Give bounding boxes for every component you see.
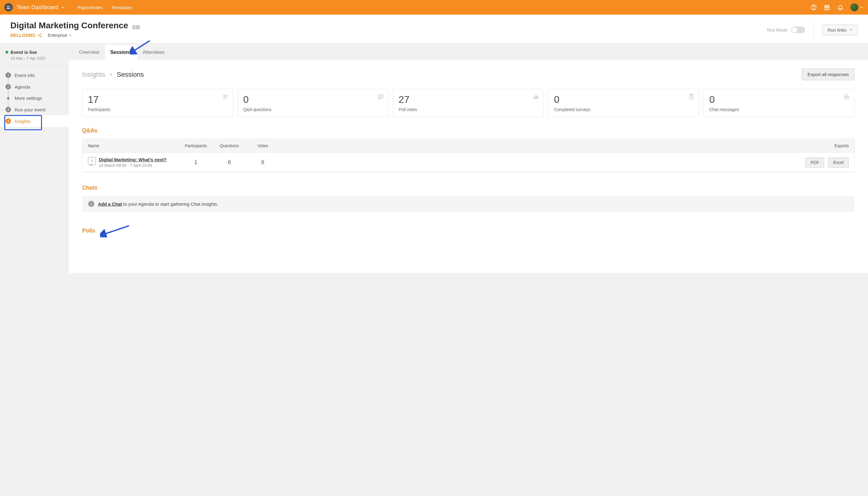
step-badge: 3 xyxy=(5,107,11,112)
svg-point-10 xyxy=(226,95,227,97)
svg-point-9 xyxy=(224,95,225,97)
live-status-label: Event is live xyxy=(11,50,37,55)
clipboard-icon xyxy=(688,93,695,100)
test-mode-toggle[interactable]: Test Mode xyxy=(767,27,805,33)
stat-label: Chat messages xyxy=(709,107,849,112)
svg-point-0 xyxy=(7,6,9,7)
question-icon: ? xyxy=(377,93,384,100)
section-qas-title: Q&As xyxy=(82,127,855,134)
step-label: Run your event xyxy=(15,107,46,112)
nav-pigeonholes[interactable]: Pigeonholes xyxy=(78,5,103,10)
stat-value: 0 xyxy=(554,94,693,105)
section-polls-title: Polls xyxy=(82,228,95,234)
event-code[interactable]: HELLODMC xyxy=(10,33,42,38)
bar-chart-icon xyxy=(532,93,539,100)
svg-rect-13 xyxy=(534,97,535,99)
svg-text:?: ? xyxy=(380,95,381,98)
cell-questions: 0 xyxy=(213,160,246,165)
stat-qa: 0 Q&A questions ? xyxy=(238,89,389,117)
step-badge: 4 xyxy=(5,118,11,124)
sidebar-item-event-info[interactable]: 1 Event info xyxy=(0,69,69,81)
stat-value: 0 xyxy=(243,94,383,105)
sidebar-item-run-event[interactable]: 3 Run your event xyxy=(0,104,69,115)
svg-rect-14 xyxy=(535,95,537,99)
sidebar-item-insights[interactable]: 4 Insights xyxy=(0,115,69,127)
add-chat-link[interactable]: Add a Chat xyxy=(98,201,122,207)
th-questions: Questions xyxy=(213,143,246,148)
session-time: 10 March 09:00 - 7 April 23:59 xyxy=(99,163,167,168)
table-row: Digital Marketing: What's next? 10 March… xyxy=(82,153,854,172)
qa-session-icon xyxy=(88,157,96,165)
svg-line-18 xyxy=(104,226,129,234)
tab-sessions[interactable]: Sessions xyxy=(105,45,137,60)
panel: Insights Sessions Export all responses 1… xyxy=(69,60,868,273)
cell-participants: 1 xyxy=(179,160,213,165)
content: Overview Sessions Attendees Insights Ses… xyxy=(69,44,868,273)
user-menu[interactable] xyxy=(850,3,864,11)
bell-icon[interactable] xyxy=(837,4,844,11)
session-name-link[interactable]: Digital Marketing: What's next? xyxy=(99,157,167,162)
step-dot xyxy=(7,97,10,99)
svg-point-1 xyxy=(9,6,10,7)
sidebar-item-agenda[interactable]: 2 Agenda xyxy=(0,81,69,93)
chevron-down-icon xyxy=(68,33,72,37)
caret-down-icon xyxy=(849,28,852,31)
th-votes: Votes xyxy=(246,143,279,148)
svg-rect-15 xyxy=(537,96,538,99)
chat-icon xyxy=(843,93,850,100)
stat-label: Completed surveys xyxy=(554,107,693,112)
test-mode-label: Test Mode xyxy=(767,27,787,33)
event-dates: 10 Mar - 7 Apr 2022 xyxy=(11,56,63,61)
topbar-right xyxy=(810,3,864,11)
breadcrumb-leaf: Sessions xyxy=(117,71,144,78)
stat-value: 27 xyxy=(399,94,538,105)
polls-row: Polls xyxy=(82,224,855,237)
edit-event-link[interactable]: Edit xyxy=(132,24,140,29)
svg-point-3 xyxy=(813,9,814,9)
export-pdf-button[interactable]: PDF xyxy=(805,157,824,168)
breadcrumb: Insights Sessions xyxy=(82,71,144,78)
toggle-switch[interactable] xyxy=(791,27,805,33)
th-participants: Participants xyxy=(179,143,213,148)
live-dot-icon xyxy=(5,51,8,53)
breadcrumb-root[interactable]: Insights xyxy=(82,71,105,78)
export-all-button[interactable]: Export all responses xyxy=(802,68,855,80)
th-name: Name xyxy=(88,143,179,148)
sidebar-item-more-settings[interactable]: More settings xyxy=(0,93,69,104)
gift-icon[interactable] xyxy=(824,4,830,11)
team-avatar[interactable] xyxy=(4,3,13,12)
chevron-down-icon[interactable] xyxy=(61,5,65,10)
tabs: Overview Sessions Attendees xyxy=(69,44,868,60)
tab-label: Sessions xyxy=(110,50,132,55)
event-header: Digital Marketing Conference Edit HELLOD… xyxy=(0,15,868,44)
stat-chat: 0 Chat messages xyxy=(704,89,855,117)
stat-participants: 17 Participants xyxy=(82,89,233,117)
cell-votes: 0 xyxy=(246,160,279,165)
dashboard-title[interactable]: Team Dashboard xyxy=(16,4,58,11)
people-icon xyxy=(222,93,229,100)
export-excel-button[interactable]: Excel xyxy=(828,157,849,168)
stat-label: Q&A questions xyxy=(243,107,383,112)
event-status: Event is live 10 Mar - 7 Apr 2022 xyxy=(0,50,69,65)
nav-templates[interactable]: Templates xyxy=(111,5,132,10)
tab-overview[interactable]: Overview xyxy=(74,45,105,60)
run-links-label: Run links xyxy=(827,27,847,33)
main-layout: Event is live 10 Mar - 7 Apr 2022 1 Even… xyxy=(0,44,868,273)
section-chats-title: Chats xyxy=(82,185,855,191)
step-label: Event info xyxy=(15,73,35,78)
chevron-right-icon xyxy=(109,73,113,77)
plan-dropdown[interactable]: Enterprise xyxy=(48,33,72,38)
help-icon[interactable] xyxy=(810,4,817,11)
th-exports: Exports xyxy=(279,143,849,148)
stat-value: 17 xyxy=(88,94,227,105)
event-title: Digital Marketing Conference xyxy=(10,21,128,30)
stat-label: Participants xyxy=(88,107,227,112)
tab-attendees[interactable]: Attendees xyxy=(137,45,170,60)
topbar: Team Dashboard Pigeonholes Templates xyxy=(0,0,868,15)
step-badge: 1 xyxy=(5,73,11,78)
sidebar-steps: 1 Event info 2 Agenda More settings 3 Ru… xyxy=(0,69,69,127)
sidebar: Event is live 10 Mar - 7 Apr 2022 1 Even… xyxy=(0,44,69,273)
stat-polls: 27 Poll votes xyxy=(393,89,544,117)
share-icon xyxy=(37,33,42,37)
run-links-button[interactable]: Run links xyxy=(822,25,858,35)
